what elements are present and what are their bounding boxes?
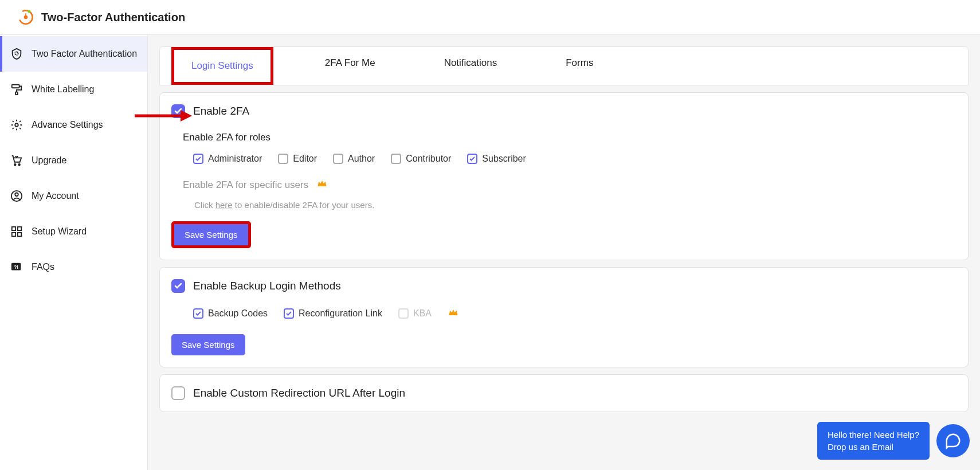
tab-forms[interactable]: Forms (548, 47, 610, 85)
svg-rect-5 (15, 92, 18, 95)
method-label: Backup Codes (208, 308, 268, 319)
cart-icon (10, 154, 23, 167)
sidebar-item-label: White Labelling (32, 84, 94, 95)
sidebar-item-my-account[interactable]: My Account (0, 178, 147, 214)
help-widget: Hello there! Need Help? Drop us an Email (817, 422, 970, 460)
enable-redirection-checkbox[interactable] (171, 386, 185, 400)
enable-backup-checkbox[interactable] (171, 279, 185, 293)
method-label: KBA (413, 308, 432, 319)
role-administrator-checkbox[interactable] (193, 154, 203, 164)
user-icon (10, 190, 23, 202)
enable-backup-label: Enable Backup Login Methods (193, 280, 341, 292)
sidebar-item-faqs[interactable]: ?! FAQs (0, 249, 147, 285)
crown-icon (316, 178, 328, 192)
enable-2fa-label: Enable 2FA (193, 105, 249, 117)
tab-login-settings[interactable]: Login Settings (171, 47, 273, 85)
chat-button[interactable] (936, 424, 970, 457)
method-label: Reconfiguration Link (299, 308, 382, 319)
page-title: Two-Factor Authentication (41, 11, 185, 24)
help-message-box[interactable]: Hello there! Need Help? Drop us an Email (817, 422, 930, 460)
svg-point-8 (18, 164, 20, 166)
role-author-checkbox[interactable] (333, 154, 343, 164)
help-line1: Hello there! Need Help? (828, 429, 919, 441)
roles-row: Administrator Editor Author Contributor (183, 154, 957, 164)
enable-2fa-checkbox[interactable] (171, 104, 185, 118)
tab-notifications[interactable]: Notifications (427, 47, 515, 85)
save-settings-button[interactable]: Save Settings (171, 221, 251, 248)
backup-methods-row: Backup Codes Reconfiguration Link KBA (183, 307, 957, 320)
sidebar: Two Factor Authentication White Labellin… (0, 35, 148, 470)
enable-redirection-label: Enable Custom Redirection URL After Logi… (193, 387, 405, 399)
svg-rect-4 (12, 85, 19, 88)
backup-codes-checkbox[interactable] (193, 308, 203, 319)
sidebar-item-white-labelling[interactable]: White Labelling (0, 72, 147, 107)
kba-checkbox (398, 308, 409, 319)
sidebar-item-label: My Account (32, 191, 79, 201)
sidebar-item-label: Upgrade (32, 155, 66, 166)
gear-icon (10, 119, 23, 131)
specific-users-label: Enable 2FA for specific users (183, 179, 308, 191)
sidebar-item-label: Two Factor Authentication (32, 49, 137, 59)
enable-2fa-card: Enable 2FA Enable 2FA for roles Administ… (159, 92, 969, 260)
svg-rect-11 (12, 227, 15, 230)
hint-link[interactable]: here (215, 200, 233, 210)
sidebar-item-setup-wizard[interactable]: Setup Wizard (0, 214, 147, 249)
help-line2: Drop us an Email (828, 441, 919, 453)
role-editor-checkbox[interactable] (278, 154, 288, 164)
svg-rect-14 (18, 233, 21, 236)
faq-icon: ?! (10, 261, 23, 273)
crown-icon (448, 307, 459, 320)
svg-rect-13 (12, 233, 15, 236)
specific-users-row: Enable 2FA for specific users (183, 178, 957, 192)
backup-methods-card: Enable Backup Login Methods Backup Codes (159, 267, 969, 367)
logo-icon (17, 9, 34, 26)
grid-icon (10, 225, 23, 238)
content-area: Login Settings 2FA For Me Notifications … (148, 35, 980, 470)
svg-point-2 (28, 10, 30, 13)
role-subscriber-checkbox[interactable] (467, 154, 477, 164)
sidebar-item-2fa[interactable]: Two Factor Authentication (0, 36, 147, 72)
sidebar-item-label: FAQs (32, 262, 54, 272)
hint-text: Click here to enable/disable 2FA for you… (183, 200, 957, 210)
sidebar-item-label: Advance Settings (32, 120, 103, 130)
chat-icon (944, 432, 962, 449)
shield-icon (10, 48, 23, 60)
roles-heading: Enable 2FA for roles (183, 132, 957, 143)
tab-2fa-for-me[interactable]: 2FA For Me (308, 47, 393, 85)
svg-text:?!: ?! (14, 265, 18, 270)
svg-rect-12 (18, 227, 21, 230)
role-label: Contributor (406, 154, 451, 164)
role-label: Author (348, 154, 375, 164)
svg-point-10 (15, 193, 18, 197)
paint-roller-icon (10, 83, 23, 96)
svg-point-3 (15, 52, 18, 55)
role-contributor-checkbox[interactable] (391, 154, 401, 164)
tabs-bar: Login Settings 2FA For Me Notifications … (159, 46, 969, 85)
sidebar-item-label: Setup Wizard (32, 226, 87, 237)
sidebar-item-advance-settings[interactable]: Advance Settings (0, 107, 147, 143)
svg-point-6 (15, 123, 18, 127)
role-label: Administrator (208, 154, 262, 164)
svg-point-7 (14, 164, 16, 166)
reconfiguration-link-checkbox[interactable] (284, 308, 294, 319)
save-settings-button-backup[interactable]: Save Settings (171, 334, 245, 355)
page-header: Two-Factor Authentication (0, 0, 980, 35)
sidebar-item-upgrade[interactable]: Upgrade (0, 143, 147, 178)
role-label: Subscriber (482, 154, 526, 164)
custom-redirection-card: Enable Custom Redirection URL After Logi… (159, 374, 969, 412)
role-label: Editor (293, 154, 317, 164)
